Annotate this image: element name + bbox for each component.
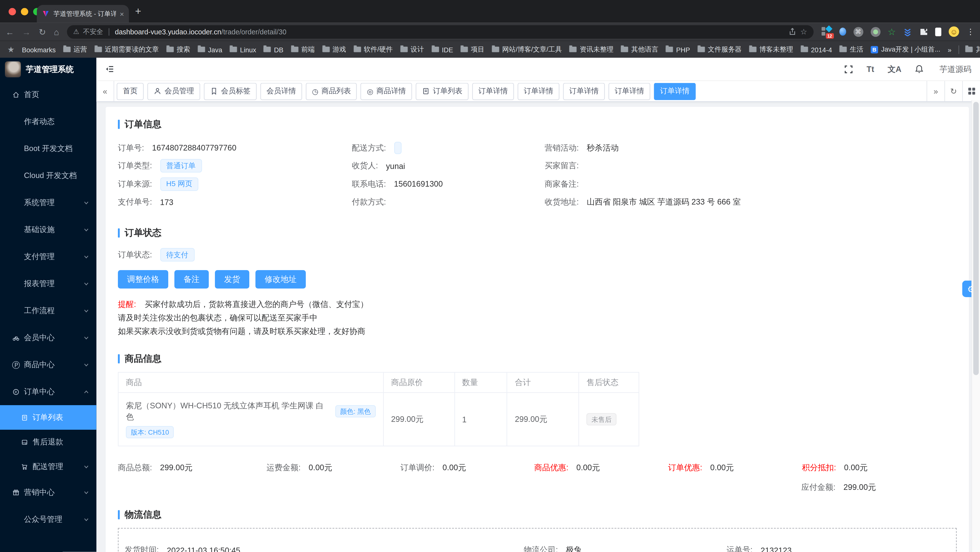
nav-tab-会员详情[interactable]: 会员详情 <box>260 83 302 100</box>
browser-tab[interactable]: 芋道管理系统 - 订单详情 × <box>37 5 129 23</box>
bookmark-folder[interactable]: PHP <box>666 46 690 53</box>
bookmark-folder[interactable]: 搜索 <box>166 45 190 54</box>
sidebar-item-报表管理[interactable]: 报表管理 <box>0 270 97 297</box>
bookmark-folder[interactable]: 资讯未整理 <box>570 45 614 54</box>
bookmark-folder[interactable]: 文件服务器 <box>697 45 741 54</box>
action-button-备注[interactable]: 备注 <box>174 270 209 288</box>
bookmark-star-icon[interactable]: ☆ <box>800 27 807 37</box>
home-icon[interactable]: ⌂ <box>54 27 59 36</box>
tabs-scroll-right-icon[interactable]: » <box>927 81 945 102</box>
sidebar-item-配送管理[interactable]: 配送管理 <box>0 454 97 479</box>
bookmark-folder[interactable]: IDE <box>431 46 453 53</box>
new-tab-button[interactable]: + <box>135 6 141 18</box>
bookmarks-overflow-icon[interactable]: » <box>948 46 951 53</box>
green-star-extension-icon[interactable]: ☆ <box>888 27 896 37</box>
bookmarks-label[interactable]: Bookmarks <box>22 46 56 53</box>
browser-menu-icon[interactable]: ⋮ <box>966 27 975 37</box>
bookmark-folder[interactable]: 生活 <box>839 45 863 54</box>
bookmark-folder[interactable]: 近期需要读的文章 <box>94 45 159 54</box>
nav-tab-订单详情[interactable]: 订单详情 <box>517 83 559 100</box>
bookmark-folder[interactable]: 游戏 <box>322 45 346 54</box>
sidebar-item-订单列表[interactable]: 订单列表 <box>0 405 97 430</box>
sidebar-item-系统管理[interactable]: 系统管理 <box>0 189 97 216</box>
fullscreen-icon[interactable] <box>845 65 853 73</box>
action-button-发货[interactable]: 发货 <box>215 270 249 288</box>
scrollbar-thumb[interactable] <box>974 102 979 375</box>
tabs-scroll-left-icon[interactable]: « <box>97 81 115 102</box>
sidebar-item-会员中心[interactable]: 会员中心 <box>0 324 97 351</box>
other-bookmarks-group: 其他书签 <box>959 45 980 54</box>
other-bookmarks[interactable]: 其他书签 <box>966 45 980 54</box>
bookmark-folder[interactable]: DB <box>264 46 283 53</box>
bookmarks-star-icon[interactable]: ★ <box>7 45 14 54</box>
bookmarks-bar: ★ Bookmarks 运营近期需要读的文章搜索JavaLinuxDB前端游戏软… <box>0 41 980 58</box>
sidebar-item-营销中心[interactable]: 营销中心 <box>0 479 97 506</box>
locale-icon[interactable]: 文A <box>888 64 901 75</box>
nav-tab-订单详情[interactable]: 订单详情 <box>563 83 605 100</box>
username[interactable]: 芋道源码 <box>939 64 971 75</box>
sidebar-item-基础设施[interactable]: 基础设施 <box>0 216 97 243</box>
title-accent-bar <box>118 510 120 520</box>
bookmark-site[interactable]: B Java开发 | 小组首... <box>871 45 940 54</box>
extensions-puzzle-icon[interactable] <box>920 27 928 36</box>
extension-badge-icon[interactable]: 12 <box>821 27 832 37</box>
sidebar-item-售后退款[interactable]: 售后退款 <box>0 430 97 454</box>
action-button-修改地址[interactable]: 修改地址 <box>255 270 306 288</box>
browser-profile-avatar[interactable]: ☺ <box>949 27 959 37</box>
green-dot-extension-icon[interactable] <box>870 27 880 37</box>
address-bar[interactable]: ⚠ 不安全 dashboard-vue3.yudao.iocoder.cn/tr… <box>67 25 813 38</box>
bookmark-folder[interactable]: 前端 <box>291 45 315 54</box>
chevrons-extension-icon[interactable] <box>904 27 912 36</box>
macos-minimize-button[interactable] <box>21 8 28 16</box>
command-extension-icon[interactable]: ⌘ <box>853 27 863 37</box>
bookmark-folder[interactable]: 设计 <box>400 45 424 54</box>
balloon-extension-icon[interactable] <box>839 28 846 36</box>
bookmark-folder[interactable]: Java <box>197 46 222 53</box>
sidebar-item-订单中心[interactable]: e订单中心 <box>0 378 97 405</box>
sidebar-item-公众号管理[interactable]: 公众号管理 <box>0 506 97 533</box>
bookmark-folder[interactable]: 项目 <box>461 45 485 54</box>
bookmark-folder[interactable]: 博客未整理 <box>749 45 793 54</box>
bookmark-folder-label: 项目 <box>471 45 484 54</box>
tabs-refresh-icon[interactable]: ↻ <box>944 81 963 102</box>
nav-tab-订单详情[interactable]: 订单详情 <box>472 83 514 100</box>
nav-tab-会员管理[interactable]: 会员管理 <box>147 83 200 100</box>
nav-tab-首页[interactable]: 首页 <box>117 83 144 100</box>
bookmark-folder[interactable]: 其他语言 <box>621 45 659 54</box>
nav-tab-订单列表[interactable]: 订单列表 <box>415 83 468 100</box>
folder-icon <box>400 47 407 52</box>
reload-icon[interactable]: ↻ <box>39 27 46 36</box>
bookmark-folder[interactable]: Linux <box>230 46 256 53</box>
sidebar-item-工作流程[interactable]: 工作流程 <box>0 297 97 324</box>
nav-tab-订单详情[interactable]: 订单详情 <box>654 83 695 100</box>
bell-icon[interactable] <box>915 65 924 74</box>
fee-value: 0.00元 <box>576 462 600 473</box>
bookmark-folder[interactable]: 软件/硬件 <box>353 45 393 54</box>
sidebar-item-支付管理[interactable]: 支付管理 <box>0 243 97 270</box>
nav-tab-商品详情[interactable]: ◎商品详情 <box>361 83 412 100</box>
sidebar-item-商品中心[interactable]: Ⓟ商品中心 <box>0 351 97 378</box>
nav-tab-label: 会员详情 <box>266 86 296 97</box>
sidebar-logo[interactable]: 芋道管理系统 <box>0 58 97 81</box>
sidebar-item-Cloud 开发文档[interactable]: Cloud 开发文档 <box>0 162 97 189</box>
nav-tab-商品列表[interactable]: ◷商品列表 <box>306 83 357 100</box>
nav-tab-会员标签[interactable]: 会员标签 <box>204 83 257 100</box>
share-icon[interactable] <box>789 28 797 36</box>
tab-close-icon[interactable]: × <box>119 10 124 17</box>
sidebar-item-Boot 开发文档[interactable]: Boot 开发文档 <box>0 135 97 162</box>
font-size-icon[interactable]: Tt <box>867 65 874 74</box>
nav-tab-订单详情[interactable]: 订单详情 <box>608 83 650 100</box>
tabs-layout-icon[interactable] <box>963 81 980 102</box>
sidebar-item-作者动态[interactable]: 作者动态 <box>0 108 97 135</box>
browser-toolbar: ← → ↻ ⌂ ⚠ 不安全 dashboard-vue3.yudao.iocod… <box>0 23 980 41</box>
forward-icon[interactable]: → <box>22 27 31 36</box>
window-extension-icon[interactable] <box>935 27 942 36</box>
back-icon[interactable]: ← <box>6 27 14 36</box>
bookmark-folder[interactable]: 网站/博客/文章/工具 <box>492 45 562 54</box>
bookmark-folder[interactable]: 运营 <box>63 45 87 54</box>
sidebar-item-首页[interactable]: 首页 <box>0 81 97 108</box>
sidebar-collapse-icon[interactable] <box>105 65 115 74</box>
macos-close-button[interactable] <box>9 8 16 16</box>
action-button-调整价格[interactable]: 调整价格 <box>118 270 168 288</box>
bookmark-folder[interactable]: 2014-4 <box>800 46 832 53</box>
